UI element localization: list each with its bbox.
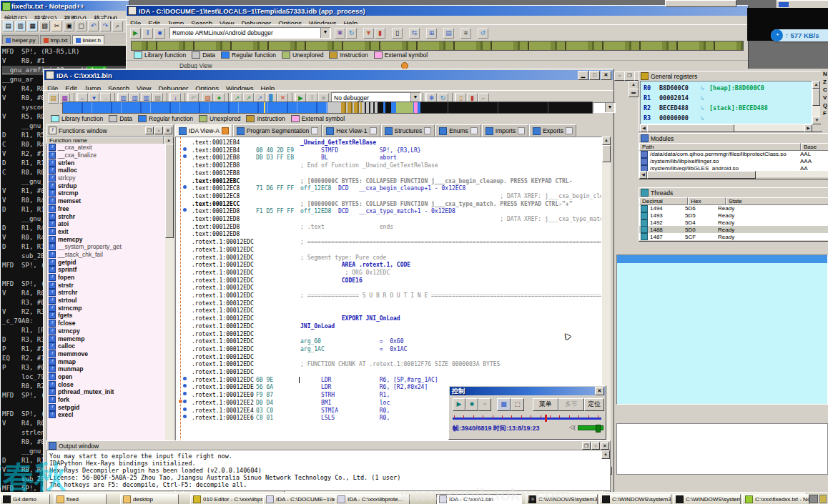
- taskbar-item[interactable]: fixed: [54, 494, 107, 504]
- disasm-line[interactable]: .rotext.1:00012EDC; ====================…: [176, 239, 601, 247]
- watch-icon[interactable]: ▯: [392, 28, 403, 39]
- threads-titlebar[interactable]: Threads: [639, 188, 828, 197]
- debugger-run-icon[interactable]: ▶: [130, 28, 141, 39]
- tray-icon-2[interactable]: [819, 495, 827, 503]
- function-item[interactable]: f atoi: [47, 220, 165, 228]
- registers-titlebar[interactable]: General registers: [639, 71, 821, 81]
- threads-header[interactable]: DecimalHexState: [639, 197, 828, 205]
- registers-hscroll[interactable]: ◀ ▶: [640, 124, 812, 131]
- function-item[interactable]: f getpid: [47, 258, 165, 266]
- function-item[interactable]: f pthread_mutex_init: [47, 388, 165, 396]
- menu-File[interactable]: File: [130, 19, 141, 24]
- disasm-line[interactable]: .rotext.1:00012EDCJNI_OnLoad: [176, 323, 601, 331]
- function-item[interactable]: f __stack_chk_fail: [47, 251, 165, 259]
- menu-Debugger[interactable]: Debugger: [241, 19, 271, 24]
- function-item[interactable]: f strstr: [47, 281, 165, 289]
- tab-helper.py[interactable]: helper.py: [2, 35, 39, 44]
- main-titlebar[interactable]: IDA - C:\xxx\1.bin ▁ □ ✕: [44, 70, 613, 80]
- play-button[interactable]: ▶: [453, 398, 465, 411]
- menu-Windows[interactable]: Windows: [226, 84, 254, 90]
- register-name[interactable]: R0: [644, 84, 651, 92]
- thread-row[interactable]: 14875CFReady: [639, 233, 828, 240]
- function-item[interactable]: f memcpy: [47, 235, 165, 243]
- menu-View[interactable]: View: [220, 19, 234, 24]
- netspeed-badge[interactable]: ◔ ↑ 577 KB/s: [771, 29, 828, 41]
- thread-row[interactable]: 14945D6Ready: [639, 205, 828, 212]
- column-hex[interactable]: Hex: [688, 197, 726, 205]
- disasm-line[interactable]: .text:00012ED8: [176, 231, 601, 239]
- mode-toggle-button[interactable]: ▩: [497, 398, 511, 411]
- function-item[interactable]: f strdup: [47, 182, 165, 189]
- breakpoint-dot[interactable]: [183, 400, 187, 403]
- function-item[interactable]: f strtoul: [47, 297, 165, 305]
- function-item[interactable]: f fclose: [47, 320, 165, 327]
- disasm-line[interactable]: .text:00012ED8; .text ends: [176, 224, 601, 232]
- step-button[interactable]: »: [478, 398, 491, 411]
- modules-icon[interactable]: ⊞: [426, 28, 437, 39]
- breakpoint-dot[interactable]: [183, 384, 187, 387]
- disasm-line[interactable]: .rotext.1:00012EDCarg_60 = 0x60: [176, 338, 601, 346]
- multi-section-button[interactable]: 多节: [558, 398, 584, 411]
- disasm-line[interactable]: .rotext.1:00012EDC; Segment type: Pure c…: [176, 255, 601, 262]
- function-item[interactable]: f memmove: [47, 350, 165, 358]
- taskbar-item[interactable]: C:\WINDOWS\system3...: [673, 494, 741, 504]
- background-ida-titlebar[interactable]: IDA - C:\DOCUME~1\test\LOCALS~1\Temp\ida…: [127, 6, 748, 16]
- breakpoint-dot[interactable]: [183, 415, 187, 418]
- disasm-line[interactable]: .text:00012ED8F1 D5 FF FFoff_12ED8 DCD _…: [176, 208, 601, 216]
- pane-close-button[interactable]: ✕: [164, 127, 172, 134]
- column-decimal[interactable]: Decimal: [639, 197, 688, 205]
- pane-restore-button[interactable]: ❐: [624, 71, 635, 81]
- open-file-icon[interactable]: ▤: [48, 93, 59, 104]
- register-note[interactable]: [heap]:B8D600C0: [709, 84, 764, 92]
- register-name[interactable]: R1: [644, 94, 651, 102]
- menu-View[interactable]: View: [137, 84, 151, 90]
- pane-restore-button[interactable]: ❐: [582, 442, 591, 450]
- navigation-band[interactable]: [62, 102, 593, 114]
- undo-icon[interactable]: ↶: [88, 21, 99, 31]
- menu-Search[interactable]: Search: [108, 84, 129, 90]
- menu-Jump[interactable]: Jump: [167, 19, 184, 24]
- disasm-line[interactable]: .rotext.1:00012EDC: [176, 300, 601, 308]
- disasm-line[interactable]: .text:00012EC8 ; DATA XREF: j___cxa_begi…: [176, 193, 601, 201]
- function-item[interactable]: f strncpy: [47, 327, 165, 335]
- tab-linker.h[interactable]: linker.h: [72, 35, 104, 44]
- menu-Windows[interactable]: Windows: [309, 19, 337, 24]
- taskbar-item[interactable]: 010 Editor - C:\xxx\libpr...: [190, 494, 266, 504]
- function-item[interactable]: f fopen: [47, 274, 165, 282]
- disasm-line[interactable]: .text:00012EB8DB D3 FF EB BL abort: [176, 154, 601, 162]
- taskbar-item[interactable]: desktop: [120, 494, 179, 504]
- maximize-button[interactable]: □: [589, 71, 600, 80]
- stop-button[interactable]: ■: [465, 398, 478, 411]
- register-value[interactable]: BECED488: [659, 104, 689, 112]
- registers-body[interactable]: R0 B8D600C0 ↳ [heap]:B8D600C0R1 00002014…: [640, 81, 812, 124]
- menu-Help[interactable]: Help: [343, 19, 358, 24]
- disasm-line[interactable]: .text:00012EB408 40 2D E9 STMFD SP!, {R3…: [176, 147, 601, 155]
- pane-minimize-button[interactable]: ▫: [614, 71, 625, 81]
- menu-button[interactable]: 菜单: [533, 398, 558, 411]
- registers-icon[interactable]: ▤: [443, 28, 454, 39]
- chevron-down-icon[interactable]: ▼: [320, 28, 330, 38]
- function-item[interactable]: f free: [47, 205, 165, 213]
- disasm-line[interactable]: .text:00012ED8 ; DATA XREF: j___cxa_type…: [176, 216, 601, 224]
- register-value[interactable]: 00002014: [659, 94, 689, 102]
- thread-row[interactable]: 14885D0Ready: [639, 226, 828, 233]
- open-file-icon[interactable]: ▥: [15, 21, 26, 31]
- save-icon[interactable]: ▦: [27, 21, 38, 31]
- module-row[interactable]: /system/lib/libpixelflinger.so AAA: [639, 158, 828, 165]
- breakpoint-dot[interactable]: [183, 147, 187, 151]
- menu-Options[interactable]: Options: [195, 84, 219, 90]
- volume-thumb[interactable]: [596, 425, 601, 433]
- search-icon[interactable]: ⌕: [112, 21, 123, 31]
- taskbar-item[interactable]: C:\WINDOWS\system3...: [599, 494, 671, 504]
- notepadpp-titlebar[interactable]: fixed\x.txt - Notepad++: [1, 1, 129, 11]
- disasm-line[interactable]: .rotext.1:00012EDC; FUNCTION CHUNK AT .r…: [176, 361, 601, 369]
- new-file-icon[interactable]: ▤: [3, 21, 14, 31]
- function-item[interactable]: f malloc: [47, 167, 165, 174]
- function-item[interactable]: f sprintf: [47, 266, 165, 274]
- function-item[interactable]: f exit: [47, 228, 165, 236]
- disasm-line[interactable]: .rotext.1:00012EDC ; ORG 0x12EDC: [176, 270, 601, 277]
- functions-titlebar[interactable]: f Functions window ❐ ▫ ✕: [46, 124, 174, 137]
- close-button[interactable]: ✕: [601, 71, 611, 80]
- tab-state-icon[interactable]: [311, 127, 318, 134]
- tab-tmp.txt[interactable]: tmp.txt: [40, 35, 71, 44]
